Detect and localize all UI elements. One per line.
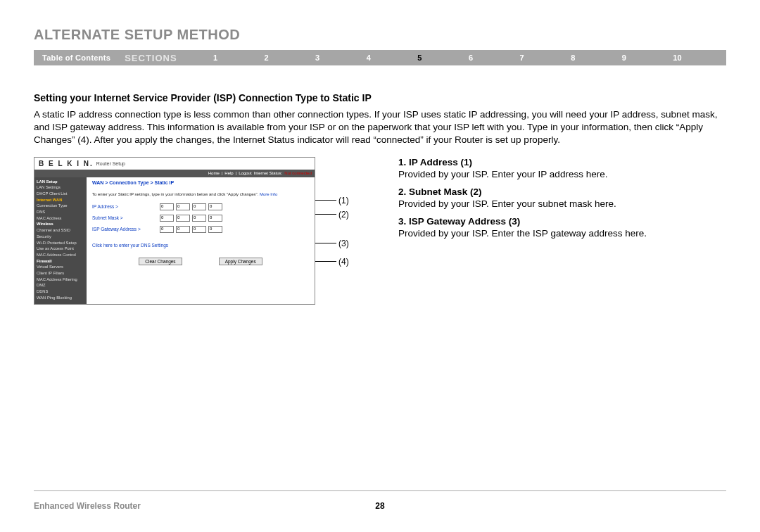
sidebar-item[interactable]: Channel and SSID — [37, 227, 84, 234]
section-paragraph: A static IP address connection type is l… — [34, 108, 726, 147]
sidebar-item[interactable]: MAC Address — [37, 215, 84, 222]
more-info-link[interactable]: More Info — [260, 192, 277, 196]
desc-title-2: 2. Subnet Mask (2) — [398, 186, 726, 197]
desc-text-1: Provided by your ISP. Enter your IP addr… — [398, 169, 726, 179]
desc-title-1: 1. IP Address (1) — [398, 157, 726, 167]
router-instruction: To enter your Static IP settings, type i… — [92, 192, 309, 196]
callout-1: (1) — [338, 196, 349, 205]
sidebar-item[interactable]: Security — [37, 234, 84, 240]
section-link-2[interactable]: 2 — [264, 53, 268, 62]
topbar-help[interactable]: Help — [224, 171, 233, 175]
octet-input[interactable]: 0 — [160, 203, 174, 210]
clear-changes-button[interactable]: Clear Changes — [139, 258, 182, 265]
toc-link[interactable]: Table of Contents — [34, 53, 119, 62]
form-row: Subnet Mask >0000 — [92, 215, 309, 222]
sidebar-item[interactable]: DHCP Client List — [37, 191, 84, 197]
apply-changes-button[interactable]: Apply Changes — [219, 258, 262, 265]
section-link-7[interactable]: 7 — [520, 53, 524, 62]
router-breadcrumb: WAN > Connection Type > Static IP — [92, 180, 309, 185]
footer-left: Enhanced Wireless Router — [34, 501, 141, 511]
desc-text-2: Provided by your ISP. Enter your subnet … — [398, 198, 726, 209]
topbar-home[interactable]: Home — [208, 171, 220, 175]
sidebar-item[interactable]: Use as Access Point — [37, 246, 84, 252]
sidebar-item[interactable]: DMZ — [37, 282, 84, 289]
octet-input[interactable]: 0 — [208, 203, 222, 210]
octet-input[interactable]: 0 — [192, 203, 206, 210]
desc-title-3: 3. ISP Gateway Address (3) — [398, 216, 726, 227]
octet-input[interactable]: 0 — [208, 215, 222, 222]
dns-settings-link[interactable]: Click here to enter your DNS Settings — [92, 243, 309, 248]
router-main: WAN > Connection Type > Static IP To ent… — [87, 177, 315, 304]
form-row: ISP Gateway Address >0000 — [92, 226, 309, 233]
section-link-9[interactable]: 9 — [622, 53, 626, 62]
brand-logo: B E L K I N. — [39, 160, 94, 167]
octet-input[interactable]: 0 — [192, 215, 206, 222]
router-sidebar: LAN SetupLAN SettingsDHCP Client ListInt… — [34, 177, 87, 304]
callout-3: (3) — [338, 239, 349, 248]
sidebar-item[interactable]: LAN Settings — [37, 184, 84, 191]
page-footer: Enhanced Wireless Router 28 — [34, 501, 726, 511]
sidebar-item[interactable]: Firewall — [37, 258, 84, 265]
sections-label: SECTIONS — [119, 53, 189, 63]
octet-input[interactable]: 0 — [208, 226, 222, 233]
sidebar-item[interactable]: Connection Type — [37, 203, 84, 209]
form-row: IP Address >0000 — [92, 203, 309, 210]
callout-2: (2) — [338, 210, 349, 220]
topbar-status-label: Internet Status: — [254, 171, 283, 175]
sidebar-item[interactable]: Internet WAN — [37, 197, 84, 203]
callout-4: (4) — [338, 257, 349, 267]
octet-input[interactable]: 0 — [192, 226, 206, 233]
octet-input[interactable]: 0 — [160, 215, 174, 222]
section-link-1[interactable]: 1 — [213, 53, 217, 62]
field-label: Subnet Mask > — [92, 215, 160, 220]
field-label: IP Address > — [92, 204, 160, 209]
section-link-4[interactable]: 4 — [367, 53, 371, 62]
brand-subtitle: Router Setup — [96, 161, 125, 166]
topbar-status-value: Not connected — [284, 171, 312, 175]
section-numbers: 1 2 3 4 5 6 7 8 9 10 — [190, 53, 726, 62]
octet-input[interactable]: 0 — [160, 226, 174, 233]
field-label: ISP Gateway Address > — [92, 227, 160, 232]
sidebar-item[interactable]: LAN Setup — [37, 179, 84, 185]
section-link-6[interactable]: 6 — [469, 53, 473, 62]
page-title: ALTERNATE SETUP METHOD — [34, 27, 726, 43]
octet-input[interactable]: 0 — [176, 226, 190, 233]
page-number: 28 — [375, 501, 384, 511]
sidebar-item[interactable]: MAC Address Control — [37, 252, 84, 258]
section-link-3[interactable]: 3 — [315, 53, 319, 62]
desc-text-3: Provided by your ISP. Enter the ISP gate… — [398, 228, 726, 239]
router-topbar: Home | Help | Logout Internet Status: No… — [34, 170, 315, 177]
footer-rule — [34, 490, 726, 491]
section-link-10[interactable]: 10 — [673, 53, 681, 62]
topbar-logout[interactable]: Logout — [239, 171, 251, 175]
section-navbar: Table of Contents SECTIONS 1 2 3 4 5 6 7… — [34, 50, 726, 65]
section-link-5[interactable]: 5 — [417, 53, 422, 62]
description-column: 1. IP Address (1) Provided by your ISP. … — [398, 157, 726, 305]
sidebar-item[interactable]: MAC Address Filtering — [37, 277, 84, 283]
section-heading: Setting your Internet Service Provider (… — [34, 92, 726, 103]
sidebar-item[interactable]: Client IP Filters — [37, 270, 84, 277]
sidebar-item[interactable]: Virtual Servers — [37, 264, 84, 270]
sidebar-item[interactable]: DDNS — [37, 289, 84, 295]
figure-column: B E L K I N. Router Setup Home | Help | … — [34, 157, 359, 305]
sidebar-item[interactable]: WAN Ping Blocking — [37, 295, 84, 301]
section-link-8[interactable]: 8 — [571, 53, 575, 62]
router-screenshot: B E L K I N. Router Setup Home | Help | … — [34, 157, 315, 305]
sidebar-item[interactable]: Wireless — [37, 221, 84, 227]
octet-input[interactable]: 0 — [176, 215, 190, 222]
sidebar-item[interactable]: Wi-Fi Protected Setup — [37, 240, 84, 246]
sidebar-item[interactable]: DNS — [37, 209, 84, 215]
octet-input[interactable]: 0 — [176, 203, 190, 210]
